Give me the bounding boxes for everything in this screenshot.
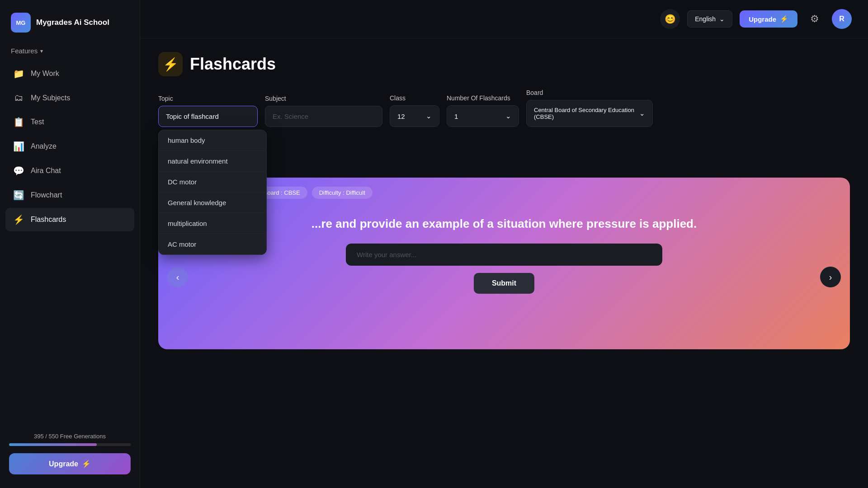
sidebar-item-flowchart-label: Flowchart [31,191,62,199]
upgrade-header-button[interactable]: Upgrade ⚡ [740,10,797,28]
subject-input[interactable] [265,106,382,127]
dropdown-item-ac-motor[interactable]: AC motor [159,234,266,254]
dropdown-item-general-knowledge[interactable]: General knowledge [159,192,266,213]
smiley-button[interactable]: 😊 [660,9,680,29]
flashcards-count-label: Number Of Flashcards [447,94,519,102]
page-icon: ⚡ [158,52,183,76]
dropdown-item-multiplication[interactable]: multiplication [159,213,266,234]
sidebar-item-my-subjects-label: My Subjects [31,94,70,102]
class-value: 12 [397,113,405,120]
class-select[interactable]: 12 ⌄ [390,105,439,127]
generations-progress-bg [9,443,131,446]
main-content: 😊 English ⌄ Upgrade ⚡ ⚙ R ⚡ Flashcards T… [140,0,868,488]
language-label: English [695,15,716,23]
features-label: Features [11,47,38,55]
sidebar-logo[interactable]: MG Mygrades Ai School [0,0,140,43]
sidebar-item-my-subjects[interactable]: 🗂 My Subjects [5,86,134,109]
topic-dropdown: human body natural environment DC motor … [158,130,267,255]
test-icon: 📋 [13,117,24,127]
sidebar-item-test-label: Test [31,118,44,126]
sidebar-item-analyze-label: Analyze [31,142,57,150]
upgrade-sidebar-lightning-icon: ⚡ [82,460,91,468]
sidebar: MG Mygrades Ai School Features ▾ 📁 My Wo… [0,0,140,488]
subject-group: Subject [265,95,382,127]
upgrade-header-label: Upgrade [749,15,776,23]
dropdown-item-human-body[interactable]: human body [159,130,266,151]
settings-gear-icon: ⚙ [810,13,819,25]
upgrade-lightning-icon: ⚡ [780,15,788,23]
language-chevron-icon: ⌄ [719,15,725,23]
flashcards-count-select[interactable]: 1 ⌄ [447,105,519,127]
upgrade-sidebar-label: Upgrade [49,460,78,468]
sidebar-bottom: 395 / 550 Free Generations Upgrade ⚡ [0,424,140,488]
answer-input[interactable] [346,244,662,266]
sidebar-item-test[interactable]: 📋 Test [5,110,134,134]
sidebar-item-flashcards[interactable]: ⚡ Flashcards [5,208,134,231]
sidebar-item-aira-chat-label: Aira Chat [31,167,61,175]
flashcard-next-button[interactable]: › [820,267,841,287]
topic-input[interactable] [158,106,258,127]
board-select[interactable]: Central Board of Secondary Education (CB… [526,100,653,127]
flashcards-count-group: Number Of Flashcards 1 ⌄ [447,94,519,127]
dropdown-item-natural-environment[interactable]: natural environment [159,151,266,172]
flashcards-icon: ⚡ [13,214,24,225]
topic-group: Topic human body natural environment DC … [158,95,258,127]
topic-label: Topic [158,95,258,102]
page-content: ⚡ Flashcards Topic human body natural en… [140,38,868,488]
generations-label: 395 / 550 Free Generations [9,433,131,440]
settings-button[interactable]: ⚙ [805,9,825,29]
sidebar-item-aira-chat[interactable]: 💬 Aira Chat [5,159,134,183]
logo-icon: MG [11,13,31,33]
features-toggle[interactable]: Features ▾ [0,43,140,62]
upgrade-sidebar-button[interactable]: Upgrade ⚡ [9,453,131,474]
analyze-icon: 📊 [13,141,24,152]
submit-button[interactable]: Submit [474,273,534,294]
flashcards-count-value: 1 [454,113,458,120]
generations-progress-fill [9,443,97,446]
sidebar-item-flowchart[interactable]: 🔄 Flowchart [5,183,134,207]
class-label: Class [390,94,439,102]
sidebar-nav: 📁 My Work 🗂 My Subjects 📋 Test 📊 Analyze… [0,62,140,424]
logo-text: Mygrades Ai School [36,18,109,27]
flashcards-count-chevron-icon: ⌄ [505,112,511,120]
sidebar-item-my-work-label: My Work [31,70,59,78]
user-avatar[interactable]: R [832,9,852,29]
sidebar-item-flashcards-label: Flashcards [31,216,66,224]
sidebar-item-analyze[interactable]: 📊 Analyze [5,135,134,158]
header: 😊 English ⌄ Upgrade ⚡ ⚙ R [140,0,868,38]
language-selector[interactable]: English ⌄ [687,10,732,28]
class-group: Class 12 ⌄ [390,94,439,127]
page-title: Flashcards [190,55,276,74]
board-chevron-icon: ⌄ [639,109,645,117]
flowchart-icon: 🔄 [13,190,24,201]
sidebar-item-my-work[interactable]: 📁 My Work [5,62,134,85]
dropdown-item-dc-motor[interactable]: DC motor [159,172,266,192]
form-row: Topic human body natural environment DC … [158,89,850,127]
features-chevron-icon: ▾ [40,48,43,54]
my-subjects-icon: 🗂 [13,93,24,103]
board-label: Board [526,89,653,96]
board-value: Central Board of Secondary Education (CB… [534,107,635,120]
flashcard-prev-button[interactable]: ‹ [167,267,188,287]
my-work-icon: 📁 [13,68,24,79]
tag-difficulty: Difficulty : Difficult [312,187,373,199]
subject-label: Subject [265,95,382,102]
board-group: Board Central Board of Secondary Educati… [526,89,653,127]
aira-chat-icon: 💬 [13,165,24,176]
class-chevron-icon: ⌄ [426,112,432,120]
page-title-row: ⚡ Flashcards [158,52,850,76]
flashcards-page-icon: ⚡ [163,57,179,72]
